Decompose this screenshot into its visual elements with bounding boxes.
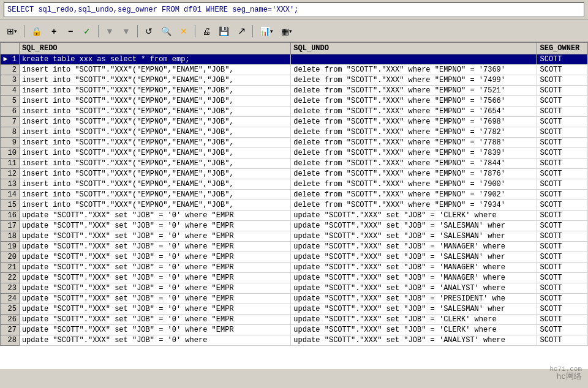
- table-row[interactable]: 2insert into "SCOTT"."XXX"("EMPNO","ENAM…: [1, 65, 588, 75]
- table-row[interactable]: 5insert into "SCOTT"."XXX"("EMPNO","ENAM…: [1, 96, 588, 106]
- data-grid[interactable]: SQL_REDO SQL_UNDO SEG_OWNER ► 1kreate ta…: [0, 42, 588, 369]
- row-number-cell: 14: [1, 190, 20, 200]
- row-number-cell: 26: [1, 315, 20, 325]
- row-number-cell: 17: [1, 221, 20, 231]
- row-number-cell: 27: [1, 325, 20, 335]
- sql-undo-cell: update "SCOTT"."XXX" set "JOB" = 'ANALYS…: [291, 335, 537, 346]
- seg-owner-cell: SCOTT: [537, 96, 588, 106]
- remove-row-button[interactable]: −: [63, 24, 78, 38]
- results-table: SQL_REDO SQL_UNDO SEG_OWNER ► 1kreate ta…: [0, 42, 588, 346]
- table-row[interactable]: 7insert into "SCOTT"."XXX"("EMPNO","ENAM…: [1, 117, 588, 127]
- check-icon: ✓: [83, 26, 91, 36]
- sql-undo-cell: delete from "SCOTT"."XXX" where "EMPNO" …: [291, 96, 537, 106]
- row-num-header: [1, 43, 20, 54]
- table-row[interactable]: 14insert into "SCOTT"."XXX"("EMPNO","ENA…: [1, 190, 588, 200]
- seg-owner-cell: SCOTT: [537, 65, 588, 75]
- table-row[interactable]: 19update "SCOTT"."XXX" set "JOB" = '0' w…: [1, 242, 588, 252]
- table-dropdown-icon: ▾: [289, 28, 292, 34]
- table-row[interactable]: 28update "SCOTT"."XXX" set "JOB" = '0' w…: [1, 335, 588, 346]
- lock-button[interactable]: 🔒: [28, 24, 45, 38]
- sql-undo-cell: delete from "SCOTT"."XXX" where "EMPNO" …: [291, 127, 537, 138]
- seg-owner-cell: SCOTT: [537, 190, 588, 200]
- seg-owner-cell: SCOTT: [537, 294, 588, 304]
- sql-undo-cell: update "SCOTT"."XXX" set "JOB" = 'SALESM…: [291, 252, 537, 263]
- table-format-icon: ▦: [281, 26, 289, 36]
- eraser-icon: ✕: [180, 26, 187, 36]
- table-row[interactable]: 4insert into "SCOTT"."XXX"("EMPNO","ENAM…: [1, 86, 588, 96]
- table-row[interactable]: 27update "SCOTT"."XXX" set "JOB" = '0' w…: [1, 325, 588, 335]
- sql-undo-cell: delete from "SCOTT"."XXX" where "EMPNO" …: [291, 65, 537, 75]
- table-row[interactable]: 11insert into "SCOTT"."XXX"("EMPNO","ENA…: [1, 159, 588, 169]
- sql-undo-cell: update "SCOTT"."XXX" set "JOB" = 'SALESM…: [291, 221, 537, 231]
- sql-undo-cell: update "SCOTT"."XXX" set "JOB" = 'SALESM…: [291, 231, 537, 242]
- minus-icon: −: [68, 26, 73, 36]
- save-button[interactable]: 💾: [216, 24, 232, 38]
- sql-undo-cell: update "SCOTT"."XXX" set "JOB" = 'MANAGE…: [291, 263, 537, 273]
- confirm-button[interactable]: ✓: [80, 24, 94, 38]
- sql-redo-cell: insert into "SCOTT"."XXX"("EMPNO","ENAME…: [19, 190, 290, 200]
- export-button[interactable]: ↗: [234, 23, 249, 39]
- sql-undo-cell: delete from "SCOTT"."XXX" where "EMPNO" …: [291, 179, 537, 190]
- sql-redo-cell: insert into "SCOTT"."XXX"("EMPNO","ENAME…: [19, 127, 290, 138]
- table-row[interactable]: 21update "SCOTT"."XXX" set "JOB" = '0' w…: [1, 263, 588, 273]
- table-row[interactable]: 16update "SCOTT"."XXX" set "JOB" = '0' w…: [1, 211, 588, 221]
- table-format-button[interactable]: ▦▾: [278, 24, 295, 38]
- sql-redo-cell: update "SCOTT"."XXX" set "JOB" = '0' whe…: [19, 315, 290, 325]
- table-row[interactable]: 23update "SCOTT"."XXX" set "JOB" = '0' w…: [1, 283, 588, 294]
- seg-owner-cell: SCOTT: [537, 283, 588, 294]
- table-row[interactable]: 20update "SCOTT"."XXX" set "JOB" = '0' w…: [1, 252, 588, 263]
- seg-owner-header[interactable]: SEG_OWNER: [537, 43, 588, 54]
- add-row-button[interactable]: +: [47, 24, 61, 38]
- print-button[interactable]: 🖨: [199, 24, 214, 38]
- seg-owner-cell: SCOTT: [537, 127, 588, 138]
- table-row[interactable]: 13insert into "SCOTT"."XXX"("EMPNO","ENA…: [1, 179, 588, 190]
- sql-undo-cell: delete from "SCOTT"."XXX" where "EMPNO" …: [291, 75, 537, 86]
- row-number-cell: 19: [1, 242, 20, 252]
- sql-redo-cell: update "SCOTT"."XXX" set "JOB" = '0' whe…: [19, 325, 290, 335]
- sql-undo-header[interactable]: SQL_UNDO: [291, 43, 537, 54]
- table-row[interactable]: 8insert into "SCOTT"."XXX"("EMPNO","ENAM…: [1, 127, 588, 138]
- seg-owner-cell: SCOTT: [537, 221, 588, 231]
- grid-view-button[interactable]: ⊞▾: [4, 24, 20, 38]
- sort-asc-button[interactable]: ▼: [102, 24, 117, 38]
- table-row[interactable]: 22update "SCOTT"."XXX" set "JOB" = '0' w…: [1, 273, 588, 283]
- sql-undo-cell: delete from "SCOTT"."XXX" where "EMPNO" …: [291, 138, 537, 148]
- toolbar-separator-4: [195, 25, 195, 37]
- sql-input[interactable]: SELECT sql_redo,sql_undo,seg_owner FROM …: [4, 2, 584, 17]
- sql-redo-cell: kreate table xxx as select * from emp;: [19, 54, 290, 65]
- table-row[interactable]: 12insert into "SCOTT"."XXX"("EMPNO","ENA…: [1, 169, 588, 179]
- table-row[interactable]: ► 1kreate table xxx as select * from emp…: [1, 54, 588, 65]
- seg-owner-cell: SCOTT: [537, 335, 588, 346]
- sql-redo-cell: update "SCOTT"."XXX" set "JOB" = '0' whe…: [19, 304, 290, 315]
- sort-desc-button[interactable]: ▼: [119, 24, 134, 38]
- table-row[interactable]: 6insert into "SCOTT"."XXX"("EMPNO","ENAM…: [1, 106, 588, 117]
- table-row[interactable]: 18update "SCOTT"."XXX" set "JOB" = '0' w…: [1, 231, 588, 242]
- sql-undo-cell: update "SCOTT"."XXX" set "JOB" = 'PRESID…: [291, 294, 537, 304]
- sql-redo-cell: update "SCOTT"."XXX" set "JOB" = '0' whe…: [19, 242, 290, 252]
- refresh-button[interactable]: ↺: [141, 24, 156, 38]
- table-row[interactable]: 17update "SCOTT"."XXX" set "JOB" = '0' w…: [1, 221, 588, 231]
- table-row[interactable]: 10insert into "SCOTT"."XXX"("EMPNO","ENA…: [1, 148, 588, 159]
- table-row[interactable]: 9insert into "SCOTT"."XXX"("EMPNO","ENAM…: [1, 138, 588, 148]
- seg-owner-cell: SCOTT: [537, 159, 588, 169]
- sql-redo-header[interactable]: SQL_REDO: [19, 43, 290, 54]
- search-button[interactable]: 🔍: [158, 24, 175, 38]
- seg-owner-cell: SCOTT: [537, 242, 588, 252]
- row-number-cell: 9: [1, 138, 20, 148]
- sql-redo-cell: update "SCOTT"."XXX" set "JOB" = '0' whe…: [19, 221, 290, 231]
- table-row[interactable]: 25update "SCOTT"."XXX" set "JOB" = '0' w…: [1, 304, 588, 315]
- table-row[interactable]: 15insert into "SCOTT"."XXX"("EMPNO","ENA…: [1, 200, 588, 211]
- table-row[interactable]: 24update "SCOTT"."XXX" set "JOB" = '0' w…: [1, 294, 588, 304]
- sql-redo-cell: insert into "SCOTT"."XXX"("EMPNO","ENAME…: [19, 138, 290, 148]
- table-row[interactable]: 3insert into "SCOTT"."XXX"("EMPNO","ENAM…: [1, 75, 588, 86]
- table-row[interactable]: 26update "SCOTT"."XXX" set "JOB" = '0' w…: [1, 315, 588, 325]
- chart-dropdown-icon: ▾: [270, 28, 273, 34]
- chart-button[interactable]: 📊▾: [257, 24, 276, 38]
- chart-icon: 📊: [260, 26, 270, 36]
- sql-redo-cell: insert into "SCOTT"."XXX"("EMPNO","ENAME…: [19, 96, 290, 106]
- clear-button[interactable]: ✕: [176, 24, 191, 38]
- row-number-cell: ► 1: [1, 54, 20, 65]
- row-number-cell: 25: [1, 304, 20, 315]
- seg-owner-cell: SCOTT: [537, 117, 588, 127]
- sql-redo-cell: insert into "SCOTT"."XXX"("EMPNO","ENAME…: [19, 86, 290, 96]
